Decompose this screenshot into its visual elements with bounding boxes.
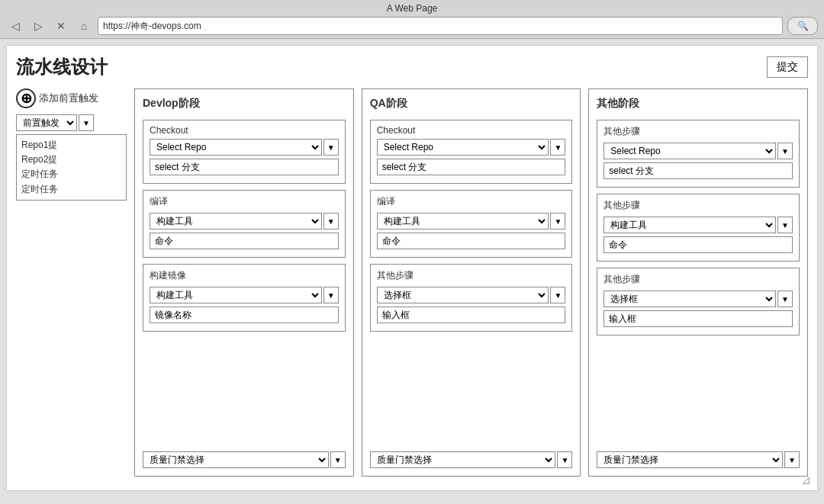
- other-input-3[interactable]: [604, 310, 793, 327]
- search-button[interactable]: 🔍: [787, 17, 818, 35]
- select-branch-2-row: [377, 159, 566, 175]
- home-button[interactable]: ⌂: [75, 17, 93, 35]
- image-name-1-row: [150, 307, 339, 323]
- step-other-1: 其他步骤 Select Repo ▼: [597, 120, 800, 188]
- other-select-3-arrow[interactable]: ▼: [777, 291, 793, 307]
- other-2-label: 其他步骤: [604, 199, 793, 212]
- trigger-item-1: Repo2提: [21, 152, 121, 167]
- build-tool-1[interactable]: 构建工具: [150, 213, 322, 230]
- select-repo-1[interactable]: Select Repo: [150, 139, 322, 156]
- step-build-image-1: 构建镜像 构建工具 ▼: [143, 264, 346, 332]
- forward-button[interactable]: ▷: [29, 17, 47, 35]
- other-select-qa-arrow[interactable]: ▼: [550, 287, 565, 303]
- other-input-3-row: [604, 310, 793, 327]
- select-branch-2[interactable]: [377, 159, 566, 175]
- build-tool-img-1[interactable]: 构建工具: [150, 287, 322, 303]
- select-branch-1-row: [150, 159, 339, 175]
- build-tool-2[interactable]: 构建工具: [377, 213, 549, 230]
- stage-other: 其他阶段 其他步骤 Select Repo ▼: [588, 88, 808, 477]
- trigger-list: Repo1提 Repo2提 定时任务 定时任务: [16, 134, 127, 201]
- add-trigger-button[interactable]: ⊕ 添加前置触发: [16, 88, 127, 108]
- quality-gate-3-row: 质量门禁选择 ▼: [597, 447, 800, 468]
- image-name-1[interactable]: [150, 307, 339, 323]
- trigger-item-0: Repo1提: [21, 138, 121, 152]
- select-repo-2[interactable]: Select Repo: [377, 139, 549, 156]
- other-qa-label: 其他步骤: [377, 269, 566, 282]
- page-title: 流水线设计: [16, 55, 108, 79]
- quality-gate-2-row: 质量门禁选择 ▼: [370, 447, 573, 468]
- build-image-1-label: 构建镜像: [150, 269, 339, 282]
- trigger-item-2: 定时任务: [21, 167, 121, 181]
- page-header: 流水线设计 提交: [16, 55, 808, 79]
- other-input-qa-row: [377, 307, 566, 323]
- command-1[interactable]: [150, 233, 339, 249]
- page-content: 流水线设计 提交 ⊕ 添加前置触发 前置触发 ▼ Repo1提 Repo2提 定…: [6, 45, 818, 491]
- left-sidebar: ⊕ 添加前置触发 前置触发 ▼ Repo1提 Repo2提 定时任务 定时任务: [16, 88, 127, 477]
- browser-title: A Web Page: [6, 3, 818, 14]
- address-bar[interactable]: [98, 17, 783, 35]
- other-input-1-row: [604, 162, 793, 179]
- step-other-3: 其他步骤 选择框 ▼: [597, 268, 800, 335]
- watermark: ⊿: [801, 473, 811, 487]
- quality-gate-3-arrow[interactable]: ▼: [784, 451, 800, 468]
- other-select-2-row: 构建工具 ▼: [604, 217, 793, 233]
- other-1-label: 其他步骤: [604, 125, 793, 138]
- other-select-1[interactable]: Select Repo: [604, 143, 776, 159]
- quality-gate-3[interactable]: 质量门禁选择: [597, 451, 783, 468]
- stage-qa-title: QA阶段: [370, 97, 573, 111]
- build-tool-1-arrow[interactable]: ▼: [323, 213, 339, 230]
- other-select-3-row: 选择框 ▼: [604, 291, 793, 307]
- other-select-3[interactable]: 选择框: [604, 291, 776, 307]
- quality-gate-2-arrow[interactable]: ▼: [557, 451, 572, 468]
- other-select-2[interactable]: 构建工具: [604, 217, 776, 233]
- step-compile-2: 编译 构建工具 ▼: [370, 190, 573, 258]
- select-repo-2-row: Select Repo ▼: [377, 139, 566, 156]
- trigger-dropdown-arrow[interactable]: ▼: [79, 114, 94, 131]
- quality-gate-1-arrow[interactable]: ▼: [330, 451, 346, 468]
- command-2-row: [377, 233, 566, 249]
- compile-1-label: 编译: [150, 195, 339, 208]
- select-repo-2-arrow[interactable]: ▼: [550, 139, 565, 156]
- build-tool-2-arrow[interactable]: ▼: [550, 213, 565, 230]
- back-button[interactable]: ◁: [6, 17, 24, 35]
- other-input-1[interactable]: [604, 162, 793, 179]
- select-branch-1[interactable]: [150, 159, 339, 175]
- other-3-label: 其他步骤: [604, 273, 793, 286]
- stage-devlop-title: Devlop阶段: [143, 97, 346, 111]
- build-tool-img-1-row: 构建工具 ▼: [150, 287, 339, 303]
- trigger-select[interactable]: 前置触发: [16, 114, 77, 131]
- step-other-qa: 其他步骤 选择框 ▼: [370, 264, 573, 332]
- checkout-1-label: Checkout: [150, 125, 339, 136]
- quality-gate-1-row: 质量门禁选择 ▼: [143, 447, 346, 468]
- add-trigger-label: 添加前置触发: [39, 91, 98, 105]
- other-select-2-arrow[interactable]: ▼: [777, 217, 793, 233]
- checkout-2-label: Checkout: [377, 125, 566, 136]
- submit-button[interactable]: 提交: [767, 56, 808, 78]
- command-2[interactable]: [377, 233, 566, 249]
- main-layout: ⊕ 添加前置触发 前置触发 ▼ Repo1提 Repo2提 定时任务 定时任务 …: [16, 88, 808, 477]
- step-other-2: 其他步骤 构建工具 ▼: [597, 194, 800, 262]
- build-tool-img-1-arrow[interactable]: ▼: [323, 287, 339, 303]
- stop-button[interactable]: ✕: [52, 17, 70, 35]
- other-select-qa-row: 选择框 ▼: [377, 287, 566, 303]
- quality-gate-1[interactable]: 质量门禁选择: [143, 451, 329, 468]
- stage-other-title: 其他阶段: [597, 97, 800, 111]
- stage-qa: QA阶段 Checkout Select Repo ▼: [362, 88, 581, 477]
- select-repo-1-row: Select Repo ▼: [150, 139, 339, 156]
- other-input-2-row: [604, 236, 793, 253]
- other-input-2[interactable]: [604, 236, 793, 253]
- other-select-1-row: Select Repo ▼: [604, 143, 793, 159]
- command-1-row: [150, 233, 339, 249]
- browser-chrome: A Web Page ◁ ▷ ✕ ⌂ 🔍: [0, 0, 824, 39]
- other-input-qa[interactable]: [377, 307, 566, 323]
- select-repo-1-arrow[interactable]: ▼: [323, 139, 339, 156]
- build-tool-2-row: 构建工具 ▼: [377, 213, 566, 230]
- other-select-qa[interactable]: 选择框: [377, 287, 549, 303]
- other-select-1-arrow[interactable]: ▼: [777, 143, 793, 159]
- quality-gate-2[interactable]: 质量门禁选择: [370, 451, 556, 468]
- step-checkout-2: Checkout Select Repo ▼: [370, 120, 573, 184]
- build-tool-1-row: 构建工具 ▼: [150, 213, 339, 230]
- step-checkout-1: Checkout Select Repo ▼: [143, 120, 346, 184]
- step-compile-1: 编译 构建工具 ▼: [143, 190, 346, 258]
- trigger-item-3: 定时任务: [21, 182, 121, 197]
